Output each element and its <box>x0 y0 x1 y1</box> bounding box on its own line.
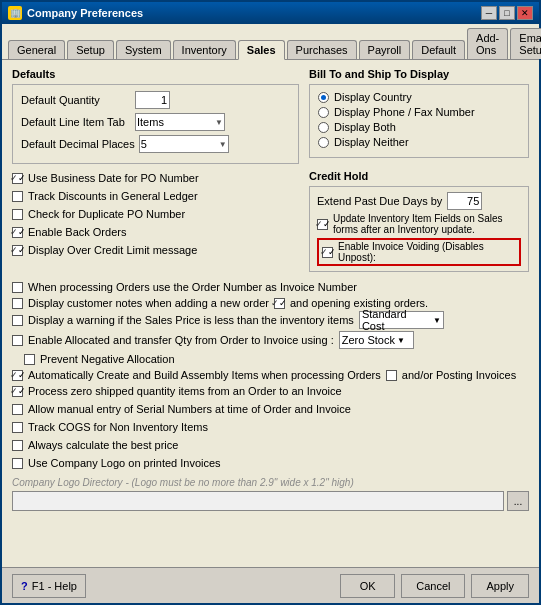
cb-check-duplicate-box[interactable] <box>12 209 23 220</box>
default-decimal-row: Default Decimal Places 5 ▼ <box>21 135 290 153</box>
cb-enable-back-orders[interactable]: ✓ Enable Back Orders <box>12 224 299 240</box>
cb-display-over-credit-box[interactable]: ✓ <box>12 245 23 256</box>
tab-inventory[interactable]: Inventory <box>173 40 236 59</box>
radio-country-circle[interactable] <box>318 92 329 103</box>
cb-prevent-negative[interactable]: Prevent Negative Allocation <box>12 351 529 367</box>
default-line-item-row: Default Line Item Tab Items ▼ <box>21 113 290 131</box>
cb-order-number-as-invoice[interactable]: When processing Orders use the Order Num… <box>12 279 529 295</box>
window-title: Company Preferences <box>27 7 143 19</box>
help-button[interactable]: ? F1 - Help <box>12 574 86 598</box>
tab-emailsetup[interactable]: Email Setup <box>510 28 541 59</box>
close-button[interactable]: ✕ <box>517 6 533 20</box>
apply-button[interactable]: Apply <box>471 574 529 598</box>
tab-addons[interactable]: Add-Ons <box>467 28 508 59</box>
radio-phone-circle[interactable] <box>318 107 329 118</box>
window-controls: ─ □ ✕ <box>481 6 533 20</box>
radio-display-country[interactable]: Display Country <box>318 91 520 103</box>
cb-track-discounts-box[interactable] <box>12 191 23 202</box>
minimize-button[interactable]: ─ <box>481 6 497 20</box>
default-line-item-select[interactable]: Items ▼ <box>135 113 225 131</box>
default-line-item-label: Default Line Item Tab <box>21 116 131 128</box>
ok-button[interactable]: OK <box>340 574 395 598</box>
cb-track-discounts[interactable]: Track Discounts in General Ledger <box>12 188 299 204</box>
tab-setup[interactable]: Setup <box>67 40 114 59</box>
cb-display-over-credit-label: Display Over Credit Limit message <box>28 244 197 256</box>
cb-update-inventory[interactable]: ✓ Update Inventory Item Fields on Sales … <box>317 213 521 235</box>
tab-system[interactable]: System <box>116 40 171 59</box>
cb-always-calc-box[interactable] <box>12 440 23 451</box>
title-bar: 🏢 Company Preferences ─ □ ✕ <box>2 2 539 24</box>
default-decimal-select[interactable]: 5 ▼ <box>139 135 229 153</box>
logo-input-row: ... <box>12 491 529 511</box>
cb-allow-manual-serial-label: Allow manual entry of Serial Numbers at … <box>28 403 351 415</box>
cb-track-discounts-label: Track Discounts in General Ledger <box>28 190 198 202</box>
tab-purchases[interactable]: Purchases <box>287 40 357 59</box>
tabs-bar: General Setup System Inventory Sales Pur… <box>2 24 539 60</box>
cb-enable-allocated-label: Enable Allocated and transfer Qty from O… <box>28 334 334 346</box>
zero-stock-select[interactable]: Zero Stock ▼ <box>339 331 414 349</box>
radio-display-both[interactable]: Display Both <box>318 121 520 133</box>
cb-enable-back-orders-label: Enable Back Orders <box>28 226 126 238</box>
enable-allocated-row: Enable Allocated and transfer Qty from O… <box>12 331 529 349</box>
extend-past-due-input[interactable] <box>447 192 482 210</box>
cb-use-business-date[interactable]: ✓ Use Business Date for PO Number <box>12 170 299 186</box>
cb-process-zero-box[interactable]: ✓ <box>12 386 23 397</box>
radio-display-phone[interactable]: Display Phone / Fax Number <box>318 106 520 118</box>
cb-enable-back-orders-box[interactable]: ✓ <box>12 227 23 238</box>
cb-opening-existing-box[interactable]: ✓ <box>274 298 285 309</box>
cb-auto-create-box[interactable]: ✓ <box>12 370 23 381</box>
cb-update-inventory-box[interactable]: ✓ <box>317 219 328 230</box>
line-item-dropdown-arrow: ▼ <box>215 118 223 127</box>
logo-directory-input[interactable] <box>12 491 504 511</box>
cb-track-cogs[interactable]: Track COGS for Non Inventory Items <box>12 419 529 435</box>
cb-display-over-credit[interactable]: ✓ Display Over Credit Limit message <box>12 242 299 258</box>
cb-and-or-posting-box[interactable] <box>386 370 397 381</box>
radio-display-neither[interactable]: Display Neither <box>318 136 520 148</box>
defaults-group-label: Defaults <box>12 68 299 80</box>
cancel-button[interactable]: Cancel <box>401 574 465 598</box>
cb-use-business-date-label: Use Business Date for PO Number <box>28 172 199 184</box>
bill-ship-section: Bill To and Ship To Display Display Coun… <box>309 68 529 170</box>
cb-enable-invoice-label: Enable Invoice Voiding (Disables Unpost)… <box>338 241 516 263</box>
cb-warning-box[interactable] <box>12 315 23 326</box>
defaults-box: Default Quantity Default Line Item Tab I… <box>12 84 299 164</box>
cb-use-company-logo[interactable]: Use Company Logo on printed Invoices <box>12 455 529 471</box>
credit-hold-section: Credit Hold Extend Past Due Days by ✓ Up… <box>309 170 529 277</box>
cb-track-cogs-box[interactable] <box>12 422 23 433</box>
auto-create-row: ✓ Automatically Create and Build Assembl… <box>12 369 529 381</box>
cb-order-number-box[interactable] <box>12 282 23 293</box>
radio-phone-label: Display Phone / Fax Number <box>334 106 475 118</box>
cb-always-calc[interactable]: Always calculate the best price <box>12 437 529 453</box>
cb-track-cogs-label: Track COGS for Non Inventory Items <box>28 421 208 433</box>
cb-allow-manual-serial[interactable]: Allow manual entry of Serial Numbers at … <box>12 401 529 417</box>
default-quantity-input[interactable] <box>135 91 170 109</box>
default-decimal-label: Default Decimal Places <box>21 138 135 150</box>
tab-payroll[interactable]: Payroll <box>359 40 411 59</box>
cb-process-zero[interactable]: ✓ Process zero shipped quantity items fr… <box>12 383 529 399</box>
zero-stock-arrow: ▼ <box>397 336 405 345</box>
cb-use-business-date-box[interactable]: ✓ <box>12 173 23 184</box>
cb-enable-allocated-box[interactable] <box>12 335 23 346</box>
tab-default[interactable]: Default <box>412 40 465 59</box>
cb-auto-create-label: Automatically Create and Build Assembly … <box>28 369 381 381</box>
standard-cost-select[interactable]: Standard Cost ▼ <box>359 311 444 329</box>
customer-notes-row: Display customer notes when adding a new… <box>12 297 529 309</box>
radio-neither-circle[interactable] <box>318 137 329 148</box>
help-label: F1 - Help <box>32 580 77 592</box>
logo-section: Company Logo Directory - (Logo must be n… <box>12 477 529 511</box>
tab-sales[interactable]: Sales <box>238 40 285 60</box>
logo-browse-button[interactable]: ... <box>507 491 529 511</box>
credit-hold-group-label: Credit Hold <box>309 170 529 182</box>
radio-both-circle[interactable] <box>318 122 329 133</box>
window-icon: 🏢 <box>8 6 22 20</box>
default-quantity-label: Default Quantity <box>21 94 131 106</box>
cb-allow-manual-serial-box[interactable] <box>12 404 23 415</box>
cb-prevent-negative-box[interactable] <box>24 354 35 365</box>
restore-button[interactable]: □ <box>499 6 515 20</box>
cb-check-duplicate[interactable]: Check for Duplicate PO Number <box>12 206 299 222</box>
cb-use-company-logo-box[interactable] <box>12 458 23 469</box>
decimal-dropdown-arrow: ▼ <box>219 140 227 149</box>
cb-enable-invoice-box[interactable]: ✓ <box>322 247 333 258</box>
tab-general[interactable]: General <box>8 40 65 59</box>
cb-customer-notes-box[interactable] <box>12 298 23 309</box>
